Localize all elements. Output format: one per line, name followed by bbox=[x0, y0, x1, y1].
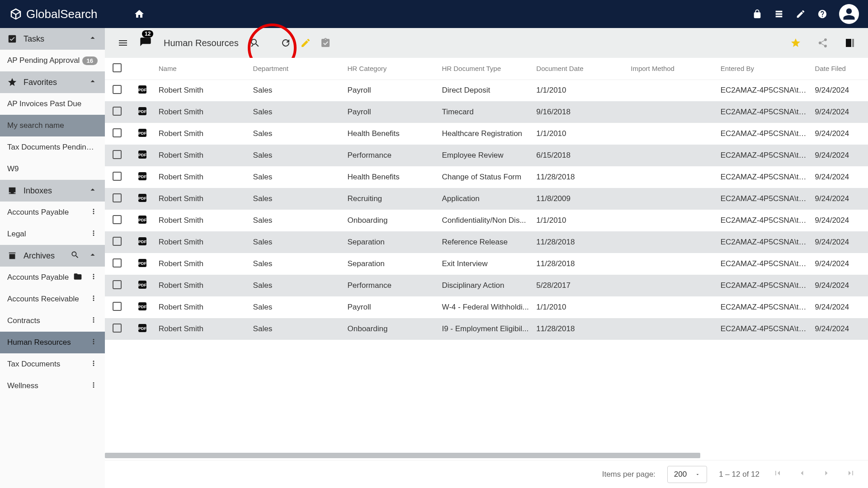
section-tasks[interactable]: Tasks bbox=[0, 28, 105, 50]
sidebar-item-inbox-legal[interactable]: Legal bbox=[0, 223, 105, 245]
pdf-icon[interactable]: PDF bbox=[137, 192, 148, 203]
row-checkbox[interactable] bbox=[113, 215, 122, 224]
row-checkbox[interactable] bbox=[113, 280, 122, 289]
last-page-button[interactable] bbox=[844, 467, 857, 482]
row-checkbox[interactable] bbox=[113, 85, 122, 94]
star-button[interactable] bbox=[786, 33, 806, 53]
more-icon[interactable] bbox=[90, 338, 98, 348]
row-checkbox[interactable] bbox=[113, 193, 122, 202]
more-icon[interactable] bbox=[90, 316, 98, 326]
home-button[interactable] bbox=[134, 9, 145, 19]
col-hr-category[interactable]: HR Category bbox=[344, 58, 439, 80]
table-row[interactable]: PDFRobert SmithSalesHealth BenefitsChang… bbox=[105, 166, 868, 188]
storage-icon[interactable] bbox=[774, 9, 784, 19]
row-checkbox[interactable] bbox=[113, 237, 122, 246]
more-icon[interactable] bbox=[90, 272, 98, 283]
prev-page-button[interactable] bbox=[796, 467, 808, 482]
refresh-button[interactable] bbox=[276, 33, 296, 53]
sidebar-item-archive[interactable]: Wellness bbox=[0, 375, 105, 397]
chevron-up-icon[interactable] bbox=[88, 185, 98, 197]
sidebar-item-w9[interactable]: W9 bbox=[0, 158, 105, 180]
clipboard-check-button[interactable] bbox=[316, 33, 335, 53]
pdf-icon[interactable]: PDF bbox=[137, 127, 148, 138]
sidebar-item-archive[interactable]: Tax Documents bbox=[0, 353, 105, 375]
pdf-icon[interactable]: PDF bbox=[137, 214, 148, 225]
row-checkbox[interactable] bbox=[113, 150, 122, 159]
svg-text:PDF: PDF bbox=[138, 261, 147, 266]
sidebar-item-archive[interactable]: Human Resources bbox=[0, 332, 105, 353]
folder-icon bbox=[73, 272, 82, 283]
pdf-icon[interactable]: PDF bbox=[137, 106, 148, 117]
col-document-date[interactable]: Document Date bbox=[533, 58, 627, 80]
edit-square-icon[interactable] bbox=[796, 9, 806, 19]
pdf-icon[interactable]: PDF bbox=[137, 171, 148, 182]
table-row[interactable]: PDFRobert SmithSalesOnboardingI9 - Emplo… bbox=[105, 318, 868, 340]
sidebar-item-archive[interactable]: Contracts bbox=[0, 310, 105, 332]
row-checkbox[interactable] bbox=[113, 107, 122, 116]
table-row[interactable]: PDFRobert SmithSalesPayrollDirect Deposi… bbox=[105, 80, 868, 101]
menu-button[interactable] bbox=[113, 33, 133, 53]
table-row[interactable]: PDFRobert SmithSalesRecruitingApplicatio… bbox=[105, 188, 868, 210]
col-hr-document-type[interactable]: HR Document Type bbox=[438, 58, 533, 80]
col-entered-by[interactable]: Entered By bbox=[717, 58, 811, 80]
sidebar-item-ap-pending[interactable]: AP Pending Approval 16 bbox=[0, 50, 105, 71]
more-icon[interactable] bbox=[90, 359, 98, 370]
col-department[interactable]: Department bbox=[250, 58, 344, 80]
table-row[interactable]: PDFRobert SmithSalesPerformanceDisciplin… bbox=[105, 275, 868, 296]
col-import-method[interactable]: Import Method bbox=[627, 58, 717, 80]
next-page-button[interactable] bbox=[820, 467, 833, 482]
sidebar-item-inbox-ap[interactable]: Accounts Payable bbox=[0, 202, 105, 223]
table-row[interactable]: PDFRobert SmithSalesHealth BenefitsHealt… bbox=[105, 123, 868, 145]
more-icon[interactable] bbox=[90, 229, 98, 239]
table-row[interactable]: PDFRobert SmithSalesSeparationReference … bbox=[105, 231, 868, 253]
lock-icon[interactable] bbox=[752, 9, 762, 19]
user-avatar[interactable] bbox=[839, 4, 859, 24]
row-checkbox[interactable] bbox=[113, 128, 122, 137]
chevron-up-icon[interactable] bbox=[88, 33, 98, 45]
more-icon[interactable] bbox=[90, 294, 98, 305]
pdf-icon[interactable]: PDF bbox=[137, 236, 148, 247]
col-name[interactable]: Name bbox=[155, 58, 250, 80]
row-checkbox[interactable] bbox=[113, 302, 122, 311]
sidebar-item-archive[interactable]: Accounts Payable bbox=[0, 267, 105, 288]
app-logo[interactable]: GlobalSearch bbox=[9, 7, 98, 21]
section-favorites[interactable]: Favorites bbox=[0, 71, 105, 93]
row-checkbox[interactable] bbox=[113, 172, 122, 181]
section-archives[interactable]: Archives bbox=[0, 245, 105, 267]
chevron-up-icon[interactable] bbox=[88, 250, 98, 262]
search-icon[interactable] bbox=[71, 250, 80, 262]
table-row[interactable]: PDFRobert SmithSalesPerformanceEmployee … bbox=[105, 145, 868, 166]
more-icon[interactable] bbox=[90, 381, 98, 391]
layout-button[interactable] bbox=[840, 33, 860, 53]
row-checkbox[interactable] bbox=[113, 324, 122, 333]
select-all-checkbox[interactable] bbox=[113, 63, 122, 72]
col-date-filed[interactable]: Date Filed bbox=[811, 58, 868, 80]
horizontal-scrollbar[interactable] bbox=[105, 453, 868, 460]
cell-department: Sales bbox=[250, 188, 344, 210]
pdf-icon[interactable]: PDF bbox=[137, 258, 148, 268]
chevron-up-icon[interactable] bbox=[88, 76, 98, 89]
share-button[interactable] bbox=[813, 33, 833, 53]
table-row[interactable]: PDFRobert SmithSalesOnboardingConfidenti… bbox=[105, 210, 868, 231]
row-checkbox[interactable] bbox=[113, 258, 122, 267]
sidebar-item-archive[interactable]: Accounts Receivable bbox=[0, 288, 105, 310]
page-size-select[interactable]: 200 bbox=[667, 466, 707, 483]
edit-button[interactable] bbox=[296, 33, 316, 53]
pdf-icon[interactable]: PDF bbox=[137, 279, 148, 290]
help-icon[interactable] bbox=[817, 9, 827, 19]
table-row[interactable]: PDFRobert SmithSalesPayrollTimecard9/16/… bbox=[105, 101, 868, 123]
more-icon[interactable] bbox=[90, 207, 98, 218]
pdf-icon[interactable]: PDF bbox=[137, 301, 148, 312]
sidebar-item-tax-pending[interactable]: Tax Documents Pending Inde... bbox=[0, 136, 105, 158]
results-count-button[interactable]: 12 bbox=[136, 33, 156, 53]
section-inboxes[interactable]: Inboxes bbox=[0, 180, 105, 202]
search-button[interactable] bbox=[245, 33, 265, 53]
table-row[interactable]: PDFRobert SmithSalesSeparationExit Inter… bbox=[105, 253, 868, 275]
table-row[interactable]: PDFRobert SmithSalesPayrollW-4 - Federal… bbox=[105, 296, 868, 318]
pdf-icon[interactable]: PDF bbox=[137, 149, 148, 160]
pdf-icon[interactable]: PDF bbox=[137, 323, 148, 333]
pdf-icon[interactable]: PDF bbox=[137, 84, 148, 95]
sidebar-item-ap-invoices[interactable]: AP Invoices Past Due bbox=[0, 93, 105, 115]
sidebar-item-my-search[interactable]: My search name bbox=[0, 115, 105, 136]
first-page-button[interactable] bbox=[771, 467, 784, 482]
